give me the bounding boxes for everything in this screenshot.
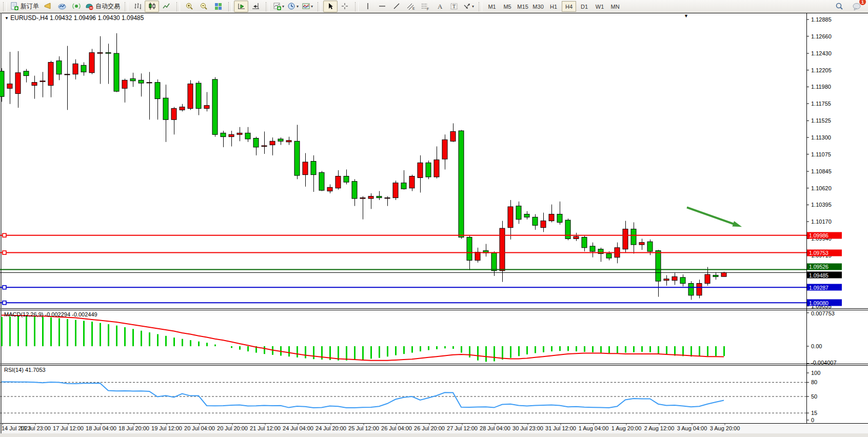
- candle-body: [582, 237, 587, 248]
- level-price-tag: 1.09287: [807, 284, 842, 291]
- vertical-line-icon: [364, 2, 372, 11]
- candle-body: [229, 134, 234, 136]
- rsi-line: [2, 382, 724, 408]
- periods-clock-icon: [287, 2, 296, 11]
- trend-arrow: [687, 207, 735, 224]
- candle-body: [721, 272, 726, 276]
- vertical-line-button[interactable]: [361, 1, 375, 12]
- arrow-objects-icon: [463, 2, 471, 11]
- search-button[interactable]: [832, 1, 846, 12]
- zoom-in-button[interactable]: [182, 1, 196, 12]
- price-axis-tick: 1.11755: [811, 101, 831, 107]
- toolbar-grip: [479, 2, 482, 11]
- price-axis-tick: 1.10620: [811, 185, 832, 191]
- alerts-horn-icon: [44, 2, 52, 11]
- candle-body: [0, 71, 4, 96]
- timeframe-button-M30[interactable]: M30: [531, 1, 545, 12]
- chart-window[interactable]: 14 Jul 202316 Jul 23:0017 Jul 12:0018 Ju…: [0, 13, 868, 437]
- trendline-icon: [392, 2, 401, 11]
- svg-text:E: E: [412, 7, 415, 10]
- candle-body: [442, 140, 447, 159]
- text-button[interactable]: A: [432, 1, 447, 12]
- horizontal-line-button[interactable]: [375, 1, 389, 12]
- candle-body: [15, 73, 21, 94]
- trendline-button[interactable]: [389, 1, 404, 12]
- timeframe-button-W1[interactable]: W1: [593, 1, 607, 12]
- cursor-button[interactable]: [323, 1, 338, 12]
- publisher-button[interactable]: [55, 1, 69, 12]
- auto-scroll-icon: [237, 2, 246, 11]
- candle-body: [475, 252, 480, 261]
- new-order-icon: [10, 2, 19, 11]
- level-price-tag: 1.09526: [807, 263, 842, 270]
- fibonacci-button[interactable]: F: [418, 1, 432, 12]
- periods-button[interactable]: ▾: [286, 1, 300, 12]
- zoom-out-button[interactable]: [196, 1, 211, 12]
- chart-shift-icon: [251, 2, 260, 11]
- level-line-handle: [3, 301, 6, 305]
- level-price-tag: 1.09080: [807, 300, 842, 306]
- candle-body: [262, 146, 267, 146]
- equidistant-channel-button[interactable]: E: [404, 1, 418, 12]
- candle-body: [623, 229, 628, 249]
- candle-body: [524, 214, 529, 217]
- candle-body: [278, 139, 283, 141]
- tile-windows-button[interactable]: [211, 1, 225, 12]
- auto-trading-button[interactable]: 自动交易: [84, 1, 122, 12]
- chart-shift-button[interactable]: [248, 1, 263, 12]
- candle-body: [89, 53, 94, 73]
- new-order-button[interactable]: 新订单: [9, 1, 41, 12]
- horizontal-line-icon: [378, 2, 387, 11]
- candle-body: [401, 183, 406, 189]
- rsi-name: RSI(14) 41.7053: [4, 367, 46, 373]
- signal-button[interactable]: [69, 1, 84, 12]
- crosshair-button[interactable]: [338, 1, 352, 12]
- collapse-triangle-icon[interactable]: ▼: [5, 16, 9, 21]
- trend-arrow-head: [732, 221, 742, 227]
- candle-body: [204, 106, 209, 109]
- rsi-axis-tick: 80: [811, 379, 817, 385]
- candle-body: [171, 108, 176, 120]
- price-axis-tick: 1.11980: [811, 84, 831, 90]
- chart-shift-marker-icon[interactable]: ▼: [684, 13, 688, 18]
- toolbar-group-chart-type: [122, 1, 173, 13]
- chart-canvas[interactable]: [0, 13, 868, 437]
- bar-chart-button[interactable]: [130, 1, 145, 12]
- toolbar-group-trading: 新订单 自动交易: [0, 1, 122, 13]
- arrow-objects-button[interactable]: ▾: [461, 1, 476, 12]
- price-axis-tick: 1.10845: [811, 168, 832, 174]
- text-label-button[interactable]: T: [447, 1, 461, 12]
- toolbar-grip: [228, 2, 232, 11]
- auto-scroll-button[interactable]: [234, 1, 248, 12]
- candle-body: [565, 220, 570, 239]
- price-axis-tick: 1.11525: [811, 117, 831, 124]
- candle-body: [147, 83, 152, 83]
- timeframe-button-H4[interactable]: H4: [562, 1, 576, 12]
- toolbar-grip: [266, 2, 269, 11]
- macd-axis-tick: -0.004007: [811, 360, 837, 366]
- chat-button[interactable]: 1: [850, 1, 864, 12]
- candle-body: [40, 81, 45, 82]
- timeframe-button-H1[interactable]: H1: [546, 1, 561, 12]
- alerts-button[interactable]: [41, 1, 55, 12]
- timeframe-button-D1[interactable]: D1: [577, 1, 591, 12]
- candle-body: [155, 83, 160, 99]
- candle-body: [32, 83, 37, 86]
- candlestick-chart-button[interactable]: [145, 1, 159, 12]
- candle-body: [56, 61, 62, 74]
- timeframe-button-M1[interactable]: M1: [485, 1, 499, 12]
- candle-body: [508, 207, 513, 228]
- bar-chart-icon: [133, 2, 142, 11]
- timeframe-button-MN[interactable]: MN: [608, 1, 622, 12]
- candle-body: [270, 141, 275, 145]
- candle-body: [705, 274, 710, 283]
- add-indicator-icon: [273, 2, 282, 11]
- candle-body: [459, 131, 464, 237]
- line-chart-button[interactable]: [159, 1, 173, 12]
- candle-body: [541, 221, 546, 228]
- templates-button[interactable]: ▾: [300, 1, 314, 12]
- timeframe-button-M15[interactable]: M15: [516, 1, 530, 12]
- candle-body: [130, 78, 135, 81]
- add-indicator-button[interactable]: ▾: [271, 1, 286, 12]
- timeframe-button-M5[interactable]: M5: [500, 1, 515, 12]
